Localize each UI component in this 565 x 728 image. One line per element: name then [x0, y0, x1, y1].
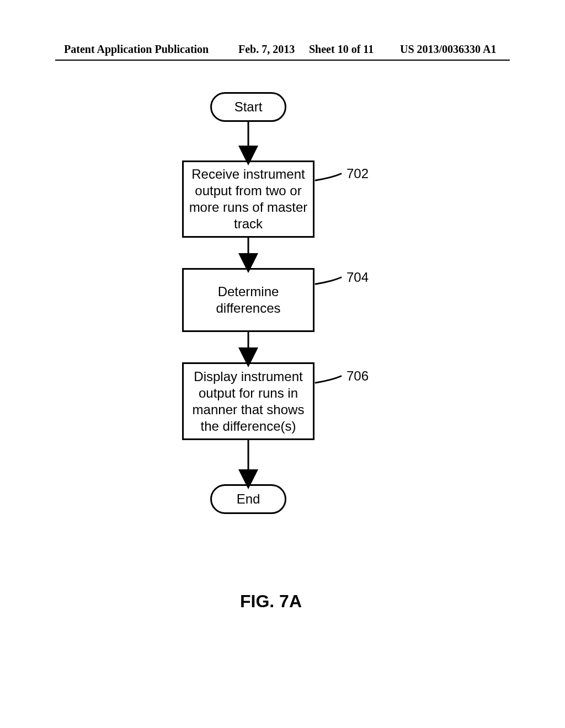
patent-page: Patent Application Publication Feb. 7, 2…	[0, 0, 565, 728]
figure-label: FIG. 7A	[240, 591, 302, 612]
header-date: Feb. 7, 2013	[238, 43, 295, 56]
header-rule	[55, 60, 510, 61]
flowchart-end: End	[210, 484, 286, 514]
flowchart-start: Start	[210, 92, 286, 122]
flowchart-start-label: Start	[234, 99, 263, 115]
flowchart-step-704: Determine differences	[182, 268, 315, 332]
flowchart-step-706: Display instrument output for runs in ma…	[182, 362, 315, 440]
flowchart-end-label: End	[237, 491, 260, 507]
ref-702: 702	[347, 166, 369, 181]
ref-704: 704	[347, 270, 369, 285]
header-publication: Patent Application Publication	[64, 43, 209, 56]
flowchart-step-704-text: Determine differences	[188, 283, 308, 317]
header-docnum: US 2013/0036330 A1	[400, 43, 496, 56]
ref-706: 706	[347, 368, 369, 384]
flowchart-step-702: Receive instrument output from two or mo…	[182, 160, 315, 238]
header-sheet: Sheet 10 of 11	[309, 43, 374, 56]
flowchart-step-706-text: Display instrument output for runs in ma…	[188, 368, 308, 435]
flowchart-step-702-text: Receive instrument output from two or mo…	[188, 166, 308, 232]
